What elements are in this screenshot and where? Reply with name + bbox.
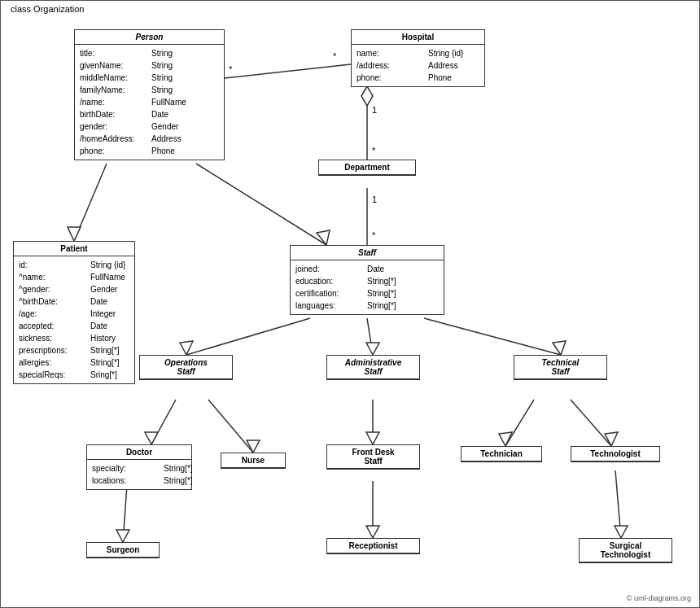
svg-marker-15 — [180, 341, 193, 355]
class-technical-staff-header: TechnicalStaff — [514, 356, 606, 379]
class-technician-header: Technician — [462, 447, 541, 461]
svg-marker-11 — [68, 227, 81, 241]
class-patient-body: id:String {id} ^name:FullName ^gender:Ge… — [14, 256, 134, 383]
svg-marker-4 — [361, 86, 373, 106]
class-department: Department — [318, 160, 416, 176]
class-staff-body: joined:Date education:String[*] certific… — [291, 260, 444, 314]
svg-line-0 — [225, 64, 351, 78]
diagram-container: class Organization * * 1 * 1 * — [0, 0, 700, 608]
class-technologist: Technologist — [571, 446, 660, 462]
svg-marker-21 — [145, 432, 158, 444]
class-person-body: title:String givenName:String middleName… — [75, 45, 224, 160]
class-department-header: Department — [319, 160, 415, 175]
class-technical-staff: TechnicalStaff — [514, 355, 607, 380]
class-hospital: Hospital name:String {id} /address:Addre… — [351, 29, 485, 87]
class-doctor-header: Doctor — [87, 445, 191, 460]
svg-text:*: * — [372, 146, 376, 155]
class-doctor-body: specialty:String[*] locations:String[*] — [87, 460, 191, 489]
svg-line-26 — [505, 400, 534, 446]
svg-text:1: 1 — [372, 105, 377, 115]
svg-text:*: * — [229, 64, 233, 74]
svg-line-22 — [208, 400, 253, 453]
svg-text:*: * — [372, 230, 376, 240]
class-operations-staff: OperationsStaff — [139, 355, 233, 380]
svg-text:*: * — [333, 51, 337, 61]
class-technician: Technician — [461, 446, 542, 462]
class-staff: Staff joined:Date education:String[*] ce… — [290, 245, 444, 315]
svg-marker-31 — [116, 530, 129, 542]
class-person-header: Person — [75, 30, 224, 45]
svg-marker-29 — [605, 432, 618, 446]
class-front-desk-staff: Front DeskStaff — [326, 444, 420, 470]
svg-line-12 — [196, 164, 326, 245]
svg-line-10 — [74, 164, 107, 241]
class-nurse: Nurse — [221, 453, 286, 469]
class-patient-header: Patient — [14, 242, 134, 256]
class-receptionist: Receptionist — [326, 538, 420, 554]
svg-text:1: 1 — [372, 195, 377, 204]
svg-marker-27 — [499, 432, 512, 446]
svg-marker-35 — [615, 526, 628, 538]
class-staff-header: Staff — [291, 246, 444, 260]
class-hospital-header: Hospital — [352, 30, 484, 45]
class-front-desk-staff-header: Front DeskStaff — [327, 445, 419, 469]
svg-marker-17 — [366, 343, 379, 355]
class-surgical-technologist-header: SurgicalTechnologist — [580, 539, 672, 562]
class-doctor: Doctor specialty:String[*] locations:Str… — [86, 444, 192, 490]
class-receptionist-header: Receptionist — [327, 539, 419, 553]
svg-marker-33 — [366, 526, 379, 538]
svg-line-14 — [186, 318, 310, 355]
class-surgeon-header: Surgeon — [87, 543, 159, 558]
class-patient: Patient id:String {id} ^name:FullName ^g… — [13, 241, 135, 384]
svg-marker-13 — [317, 230, 330, 245]
class-surgeon: Surgeon — [86, 542, 160, 558]
class-surgical-technologist: SurgicalTechnologist — [579, 538, 672, 563]
svg-line-18 — [424, 318, 561, 355]
class-technologist-header: Technologist — [571, 447, 659, 461]
class-admin-staff: AdministrativeStaff — [326, 355, 420, 380]
svg-marker-25 — [366, 432, 379, 444]
class-operations-staff-header: OperationsStaff — [140, 356, 232, 379]
svg-line-30 — [123, 485, 127, 542]
svg-line-20 — [151, 400, 176, 444]
svg-line-34 — [615, 470, 621, 538]
copyright: © uml-diagrams.org — [627, 594, 691, 602]
diagram-title: class Organization — [7, 4, 88, 14]
svg-marker-23 — [247, 440, 260, 453]
class-person: Person title:String givenName:String mid… — [74, 29, 225, 160]
class-nurse-header: Nurse — [221, 453, 285, 468]
svg-line-28 — [571, 400, 611, 446]
svg-line-16 — [367, 318, 373, 355]
class-admin-staff-header: AdministrativeStaff — [327, 356, 419, 379]
svg-marker-19 — [553, 341, 566, 355]
class-hospital-body: name:String {id} /address:Address phone:… — [352, 45, 484, 86]
